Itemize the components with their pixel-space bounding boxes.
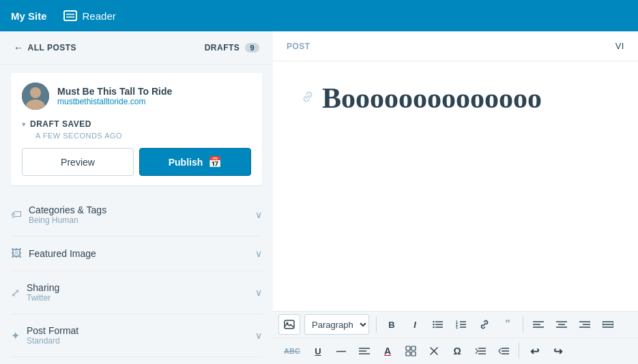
publish-button[interactable]: Publish 📅 bbox=[139, 148, 251, 176]
italic-button[interactable]: I bbox=[404, 314, 426, 335]
editor-header: POST Vi bbox=[273, 31, 638, 61]
author-text: Must Be This Tall To Ride mustbethistall… bbox=[57, 86, 172, 106]
special-char-button[interactable]: Ω bbox=[446, 341, 468, 361]
categories-chevron-icon: ∨ bbox=[255, 209, 262, 220]
back-to-posts-link[interactable]: ← ALL POSTS bbox=[14, 42, 76, 53]
main-layout: ← ALL POSTS DRAFTS 9 bbox=[0, 31, 638, 364]
indent-button[interactable] bbox=[469, 341, 491, 361]
categories-tags-header[interactable]: 🏷 Categories & Tags Being Human ∨ bbox=[11, 194, 262, 236]
horizontal-rule-button[interactable]: — bbox=[330, 341, 352, 361]
svg-point-12 bbox=[433, 324, 434, 325]
toolbar-row-1: Paragraph B I 1.2.3. " bbox=[273, 312, 638, 338]
preview-button[interactable]: Preview bbox=[22, 148, 134, 176]
svg-rect-40 bbox=[411, 352, 416, 356]
post-label: POST bbox=[287, 42, 310, 51]
draft-time: A FEW SECONDS AGO bbox=[35, 132, 251, 140]
sidebar-top-bar: ← ALL POSTS DRAFTS 9 bbox=[0, 31, 273, 65]
back-label: ALL POSTS bbox=[28, 43, 77, 52]
toolbar-row-2: ABC U — A Ω bbox=[273, 338, 638, 364]
drafts-label: DRAFTS bbox=[205, 43, 240, 52]
draft-saved-label: DRAFT SAVED bbox=[30, 119, 91, 129]
my-site-nav[interactable]: My Site bbox=[11, 10, 47, 22]
svg-rect-39 bbox=[406, 352, 410, 356]
post-format-subtitle: Standard bbox=[27, 336, 78, 346]
strikethrough-button[interactable]: ABC bbox=[278, 341, 306, 361]
avatar-image bbox=[22, 82, 49, 110]
divider-3 bbox=[519, 343, 519, 359]
svg-point-4 bbox=[30, 87, 41, 98]
post-format-chevron-icon: ∨ bbox=[255, 330, 262, 341]
sharing-subtitle: Twitter bbox=[27, 293, 59, 303]
avatar bbox=[22, 82, 49, 110]
calendar-icon: 📅 bbox=[208, 155, 222, 168]
categories-tags-subtitle: Being Human bbox=[29, 215, 106, 225]
sharing-section: ⤢ Sharing Twitter ∨ bbox=[11, 271, 262, 314]
align-center-button[interactable] bbox=[551, 314, 572, 335]
unordered-list-button[interactable] bbox=[427, 314, 449, 335]
categories-tags-title: Categories & Tags bbox=[29, 204, 106, 215]
text-color-button[interactable]: A bbox=[377, 341, 398, 361]
divider-1 bbox=[376, 316, 377, 333]
post-format-header[interactable]: ✦ Post Format Standard ∨ bbox=[11, 314, 262, 357]
format-icon: ✦ bbox=[11, 329, 20, 342]
undo-button[interactable]: ↩ bbox=[523, 341, 545, 361]
outdent-button[interactable] bbox=[493, 341, 514, 361]
featured-image-left: 🖼 Featured Image bbox=[11, 247, 96, 260]
svg-rect-0 bbox=[64, 11, 76, 20]
blockquote-button[interactable]: " bbox=[497, 314, 519, 335]
draft-chevron-icon: ▾ bbox=[22, 120, 26, 129]
back-arrow-icon: ← bbox=[14, 42, 24, 53]
ordered-list-button[interactable]: 1.2.3. bbox=[450, 314, 472, 335]
sharing-chevron-icon: ∨ bbox=[255, 287, 262, 298]
align-left-button[interactable] bbox=[527, 314, 549, 335]
featured-image-title: Featured Image bbox=[29, 248, 96, 259]
post-title[interactable]: Boooooooooooooo bbox=[322, 82, 542, 115]
post-format-section: ✦ Post Format Standard ∨ bbox=[11, 314, 262, 357]
divider-2 bbox=[523, 316, 523, 333]
bold-button[interactable]: B bbox=[381, 314, 403, 335]
drafts-button[interactable]: DRAFTS 9 bbox=[205, 43, 259, 52]
paragraph-select[interactable]: Paragraph bbox=[304, 314, 369, 335]
author-card: Must Be This Tall To Ride mustbethistall… bbox=[11, 73, 262, 185]
author-site[interactable]: mustbethistalltoride.com bbox=[57, 97, 172, 106]
justify-button[interactable] bbox=[597, 314, 619, 335]
insert-image-button[interactable] bbox=[278, 314, 300, 335]
post-format-title: Post Format bbox=[27, 325, 78, 336]
reader-icon bbox=[63, 10, 77, 21]
tag-icon: 🏷 bbox=[11, 209, 22, 221]
editor-panel: POST Vi Boooooooooooooo bbox=[273, 31, 638, 364]
categories-tags-section: 🏷 Categories & Tags Being Human ∨ bbox=[11, 194, 262, 237]
clear-formatting-button[interactable] bbox=[423, 341, 445, 361]
svg-rect-38 bbox=[411, 346, 416, 350]
author-name: Must Be This Tall To Ride bbox=[57, 86, 172, 97]
drafts-count-badge: 9 bbox=[245, 43, 259, 52]
editor-area[interactable]: Boooooooooooooo bbox=[273, 61, 638, 311]
sharing-title: Sharing bbox=[27, 282, 59, 293]
sidebar: ← ALL POSTS DRAFTS 9 bbox=[0, 31, 273, 364]
author-info: Must Be This Tall To Ride mustbethistall… bbox=[22, 82, 251, 110]
reader-nav[interactable]: Reader bbox=[63, 10, 116, 22]
underline-button[interactable]: U bbox=[307, 341, 329, 361]
visual-toggle[interactable]: Vi bbox=[615, 41, 624, 51]
top-navigation: My Site Reader bbox=[0, 0, 638, 31]
action-buttons: Preview Publish 📅 bbox=[22, 148, 251, 176]
share-icon: ⤢ bbox=[11, 286, 20, 299]
insert-special-button[interactable] bbox=[400, 341, 422, 361]
align-right-button[interactable] bbox=[574, 314, 596, 335]
post-title-row: Boooooooooooooo bbox=[300, 82, 611, 115]
post-format-left: ✦ Post Format Standard bbox=[11, 325, 78, 346]
link-button[interactable] bbox=[474, 314, 495, 335]
link-chain-icon bbox=[300, 89, 315, 108]
sharing-header[interactable]: ⤢ Sharing Twitter ∨ bbox=[11, 271, 262, 314]
text-align-button[interactable] bbox=[353, 341, 375, 361]
categories-tags-left: 🏷 Categories & Tags Being Human bbox=[11, 204, 106, 225]
draft-status: ▾ DRAFT SAVED bbox=[22, 119, 251, 129]
image-icon: 🖼 bbox=[11, 247, 22, 260]
featured-image-header[interactable]: 🖼 Featured Image ∨ bbox=[11, 237, 262, 271]
publish-label: Publish bbox=[169, 157, 203, 168]
featured-image-chevron-icon: ∨ bbox=[255, 248, 262, 259]
svg-text:3.: 3. bbox=[456, 326, 459, 329]
featured-image-section: 🖼 Featured Image ∨ bbox=[11, 237, 262, 271]
sharing-left: ⤢ Sharing Twitter bbox=[11, 282, 59, 303]
redo-button[interactable]: ↪ bbox=[547, 341, 568, 361]
